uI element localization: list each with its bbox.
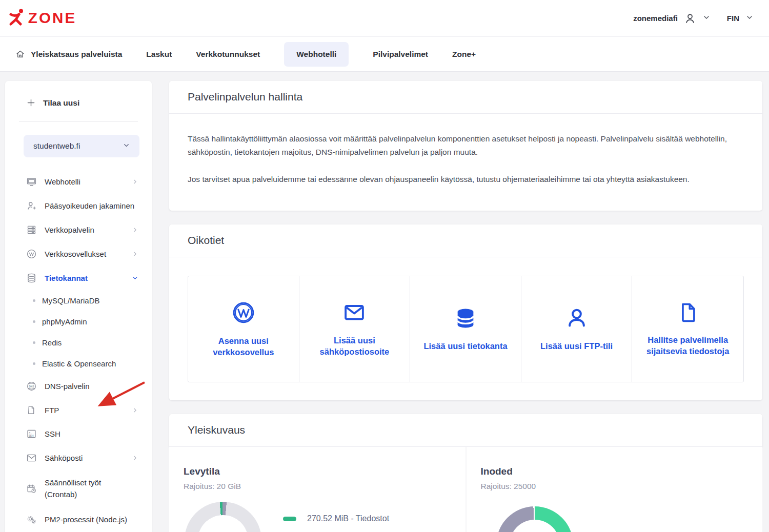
server-icon	[26, 224, 37, 235]
nav-item-yleiskatsaus[interactable]: Yleiskatsaus palveluista	[15, 49, 122, 59]
inode-panel-title: Inoded	[481, 466, 748, 477]
sidebar-item-webhotelli[interactable]: Webhotelli	[5, 170, 152, 194]
sidebar-divider	[19, 121, 138, 122]
sidebar-subitem-redis[interactable]: Redis	[5, 332, 152, 353]
wordpress-icon	[26, 249, 37, 259]
sidebar-item-ssh[interactable]: >_SSH SSH	[5, 422, 152, 446]
shortcut-tiles: Asenna uusi verkkosovellus Lisää uusi sä…	[188, 276, 744, 382]
disk-usage-donut-chart	[185, 502, 261, 532]
page-title: Palvelinpalvelun hallinta	[188, 91, 744, 103]
overview-card: Yleiskuvaus Levytila Rajoitus: 20 GiB 27…	[169, 414, 762, 532]
svg-text:>_: >_	[28, 431, 32, 435]
account-name[interactable]: zonemediafi	[633, 14, 678, 23]
shortcut-add-database[interactable]: Lisää uusi tietokanta	[410, 276, 521, 382]
sidebar-item-pm2[interactable]: PM2-prosessit (Node.js)	[5, 507, 152, 531]
nav-item-zone-plus[interactable]: Zone+	[452, 50, 476, 59]
database-icon	[454, 306, 477, 330]
order-new-button[interactable]: Tilaa uusi	[5, 96, 152, 108]
wordpress-icon	[231, 300, 256, 325]
monitor-icon	[26, 176, 37, 187]
management-card-header: Palvelinpalvelun hallinta	[169, 81, 762, 114]
sidebar-subitem-phpmyadmin[interactable]: phpMyAdmin	[5, 311, 152, 332]
nav-item-laskut[interactable]: Laskut	[146, 50, 172, 59]
disk-panel-limit: Rajoitus: 20 GiB	[184, 482, 451, 491]
shortcut-add-email[interactable]: Lisää uusi sähköpostiosoite	[299, 276, 411, 382]
user-icon	[565, 306, 589, 330]
disk-usage-panel: Levytila Rajoitus: 20 GiB 270.52 MiB - T…	[169, 447, 466, 532]
inode-panel-limit: Rajoitus: 25000	[481, 482, 748, 491]
management-paragraph-2: Jos tarvitset apua palveluidemme tai ede…	[188, 173, 744, 186]
chevron-right-icon	[132, 251, 138, 257]
dns-globe-icon: DNS	[26, 381, 37, 392]
legend-label-files: 270.52 MiB - Tiedostot	[307, 514, 389, 523]
file-icon	[26, 405, 37, 415]
sidebar-item-verkkosovellukset[interactable]: Verkkosovellukset	[5, 242, 152, 266]
sidebar-subitem-mysql-mariadb[interactable]: MySQL/MariaDB	[5, 290, 152, 311]
language-selector[interactable]: FIN	[727, 14, 739, 23]
language-chevron-down-icon[interactable]	[745, 13, 754, 23]
top-bar: ZONE zonemediafi FIN	[0, 0, 769, 36]
shortcuts-card: Oikotiet Asenna uusi verkkosovellus Lisä…	[169, 224, 762, 400]
chevron-right-icon	[132, 227, 138, 233]
file-icon	[677, 301, 699, 324]
sidebar-subitem-elastic-opensearch[interactable]: Elastic & Opensearch	[5, 353, 152, 374]
sidebar-item-tietokannat[interactable]: Tietokannat	[5, 266, 152, 290]
user-plus-icon	[26, 200, 37, 211]
sidebar-item-dns-palvelin[interactable]: DNS DNS-palvelin	[5, 374, 152, 398]
bullet-icon	[33, 320, 35, 323]
shortcut-add-ftp-account[interactable]: Lisää uusi FTP-tili	[521, 276, 633, 382]
account-chevron-down-icon[interactable]	[702, 13, 711, 23]
envelope-icon	[26, 453, 37, 463]
svg-text:DNS: DNS	[29, 385, 34, 388]
shortcut-install-webapp[interactable]: Asenna uusi verkkosovellus	[188, 276, 299, 382]
chevron-right-icon	[132, 407, 138, 414]
sidebar: Tilaa uusi studentweb.fi Webhotelli Pääs…	[5, 81, 152, 532]
management-paragraph-1: Tässä hallintakäyttöliittymän alaosiossa…	[188, 132, 744, 159]
brand-text: ZONE	[28, 9, 76, 26]
sidebar-item-ftp[interactable]: FTP	[5, 398, 152, 422]
inode-usage-panel: Inoded Rajoitus: 25000	[467, 447, 763, 532]
legend-swatch-files	[283, 517, 296, 521]
main-nav: Yleiskatsaus palveluista Laskut Verkkotu…	[0, 36, 769, 72]
chevron-right-icon	[132, 178, 138, 185]
inode-usage-donut-chart	[496, 506, 573, 532]
sidebar-item-verkkopalvelin[interactable]: Verkkopalvelin	[5, 218, 152, 242]
nav-item-pilvipalvelimet[interactable]: Pilvipalvelimet	[373, 50, 428, 59]
shortcuts-card-header: Oikotiet	[169, 224, 762, 257]
main-content: Palvelinpalvelun hallinta Tässä hallinta…	[169, 81, 762, 532]
overview-title: Yleiskuvaus	[188, 424, 744, 436]
chevron-right-icon	[132, 455, 138, 461]
nav-item-webhotelli[interactable]: Webhotelli	[284, 42, 349, 67]
nav-item-verkkotunnukset[interactable]: Verkkotunnukset	[196, 50, 260, 59]
plus-icon	[26, 97, 36, 108]
overview-panels: Levytila Rajoitus: 20 GiB 270.52 MiB - T…	[169, 447, 762, 532]
bullet-icon	[33, 299, 35, 302]
ssh-terminal-icon: >_SSH	[26, 428, 37, 439]
sidebar-item-sahkoposti[interactable]: Sähköposti	[5, 446, 152, 470]
svg-text:SSH: SSH	[28, 435, 33, 437]
domain-selector[interactable]: studentweb.fi	[24, 135, 139, 157]
runner-icon	[11, 9, 23, 24]
bullet-icon	[33, 341, 35, 344]
shortcuts-title: Oikotiet	[188, 234, 744, 247]
sidebar-item-paasyoikeuden-jakaminen[interactable]: Pääsyoikeuden jakaminen	[5, 194, 152, 218]
chevron-down-icon	[123, 141, 130, 151]
disk-usage-legend: 270.52 MiB - Tiedostot	[283, 514, 389, 523]
sidebar-item-crontab[interactable]: Säännölliset työt (Crontab)	[5, 470, 152, 507]
gears-icon	[26, 514, 37, 525]
management-card: Palvelinpalvelun hallinta Tässä hallinta…	[169, 81, 762, 211]
calendar-clock-icon	[26, 483, 37, 494]
zone-logo[interactable]: ZONE	[7, 7, 77, 30]
disk-panel-title: Levytila	[184, 466, 451, 477]
database-icon	[26, 273, 37, 283]
envelope-icon	[342, 301, 366, 324]
home-icon	[15, 49, 25, 59]
overview-card-header: Yleiskuvaus	[169, 414, 762, 447]
shortcut-manage-files[interactable]: Hallitse palvelimella sijaitsevia tiedos…	[632, 276, 743, 382]
chevron-down-icon	[132, 275, 138, 281]
bullet-icon	[33, 362, 35, 365]
account-icon[interactable]	[684, 12, 696, 25]
